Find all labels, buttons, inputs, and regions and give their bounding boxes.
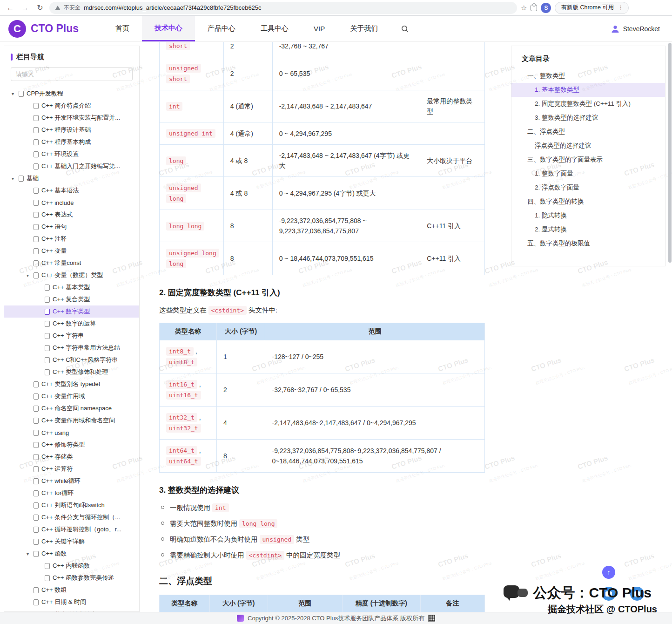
tree-item[interactable]: C++ 条件分支与循环控制（...	[4, 511, 139, 523]
nav-item-0[interactable]: 首页	[103, 16, 142, 41]
toc-item[interactable]: 浮点类型的选择建议	[511, 139, 665, 153]
site-logo[interactable]: C CTO Plus	[8, 16, 79, 41]
tree-item[interactable]: C++ 类型别名 typedef	[4, 378, 139, 390]
nav-item-5[interactable]: 关于我们	[337, 16, 390, 41]
toc-item[interactable]: 3. 整数类型的选择建议	[511, 111, 665, 125]
toc-item[interactable]: 1. 整数字面量	[511, 167, 665, 181]
security-label: 不安全	[64, 4, 81, 12]
tree-item[interactable]: C++ 数字类型	[4, 305, 139, 318]
tree-item[interactable]: C++ 程序设计基础	[4, 124, 139, 136]
tree-item[interactable]: C++ 注释	[4, 233, 139, 245]
tree-item[interactable]: C++ 基本语法	[4, 184, 139, 197]
code-chip: int16_t	[166, 380, 197, 389]
tree-item-label: C++ using	[41, 429, 69, 436]
toc-item[interactable]: 1. 隐式转换	[511, 209, 665, 223]
user-menu[interactable]: SteveRocket	[611, 16, 660, 41]
document-icon	[34, 381, 39, 387]
search-icon[interactable]	[401, 16, 409, 41]
tree-item[interactable]: C++ 表达式	[4, 209, 139, 221]
toc-item[interactable]: 2. 浮点数字面量	[511, 181, 665, 195]
toc-item[interactable]: 二、浮点类型	[511, 125, 665, 139]
extensions-icon[interactable]	[531, 5, 537, 11]
tree-item[interactable]: C++ 数组	[4, 584, 139, 596]
sidebar-search-input[interactable]	[11, 67, 133, 81]
tree-item[interactable]: C++ 判断语句if和switch	[4, 499, 139, 511]
tree-item[interactable]: C++ 语句	[4, 221, 139, 233]
tree-item[interactable]: C++ 基本的输入输出	[4, 608, 139, 612]
nav-item-2[interactable]: 产品中心	[195, 16, 248, 41]
tree-item[interactable]: ▾C++ 函数	[4, 548, 139, 560]
bullet-icon	[161, 522, 164, 525]
toc-item[interactable]: 一、整数类型	[511, 69, 665, 83]
toc-item[interactable]: 2. 显式转换	[511, 223, 665, 237]
tree-item[interactable]: C++ 字符串	[4, 330, 139, 342]
tree-item[interactable]: C++ 日期 & 时间	[4, 596, 139, 608]
document-icon	[34, 272, 39, 278]
tree-item[interactable]: C++ include	[4, 197, 139, 209]
document-icon	[34, 430, 39, 436]
tree-item[interactable]: C++ 变量作用域	[4, 390, 139, 402]
toc-item[interactable]: 2. 固定宽度整数类型 (C++11 引入)	[511, 97, 665, 111]
nav-item-4[interactable]: VIP	[301, 16, 337, 41]
tree-item[interactable]: ▾CPP开发教程	[4, 88, 139, 100]
tree-item[interactable]: C++ using	[4, 427, 139, 439]
tree-item[interactable]: C++ for循环	[4, 487, 139, 499]
tree-item[interactable]: C++ 变量	[4, 245, 139, 257]
tree-item[interactable]: C++ 类型修饰和处理	[4, 366, 139, 378]
fixed-width-table-grid: 类型名称大小 (字节)范围int8_t ,uint8_t1-128~127 / …	[159, 323, 485, 473]
tree-item[interactable]: C++ 常量const	[4, 257, 139, 269]
tree-item[interactable]: C++ while循环	[4, 475, 139, 487]
tree-item-label: C++ 日期 & 时间	[41, 598, 86, 606]
tree-item[interactable]: C++ 内联函数	[4, 560, 139, 572]
toc-item[interactable]: 1. 基本整数类型	[511, 83, 665, 97]
tree-item[interactable]: C++ 字符串常用方法总结	[4, 342, 139, 354]
tree-item[interactable]: C++ 程序基本构成	[4, 136, 139, 148]
tree-item[interactable]: C++ 开发环境安装与配置并...	[4, 112, 139, 124]
table-cell: long	[160, 145, 224, 177]
table-row: int16_t ,uint16_t2-32,768~32,767 / 0~65,…	[160, 373, 485, 407]
table-row: unsigned long long80 ~ 18,446,744,073,70…	[160, 242, 485, 275]
forward-icon[interactable]: →	[20, 2, 31, 14]
document-icon	[34, 502, 39, 509]
tree-item[interactable]: C++ 命名空间 namespace	[4, 402, 139, 414]
tree-item[interactable]: C++ 运算符	[4, 463, 139, 475]
table-cell: -2,147,483,648 ~ 2,147,483,647	[272, 90, 420, 122]
tree-item[interactable]: C++ 基础入门之开始编写第...	[4, 160, 139, 172]
bullet-text: 一般情况使用 int	[170, 502, 229, 514]
browser-profile-avatar[interactable]: S	[541, 3, 551, 13]
url-bar[interactable]: 不安全 mdrsec.com/#/ctoplus_article/cecaaef…	[49, 2, 517, 14]
tree-item[interactable]: C++ 关键字详解	[4, 536, 139, 548]
tree-item[interactable]: C++ 简介特点介绍	[4, 100, 139, 112]
tree-item[interactable]: ▾C++ 变量（数据）类型	[4, 269, 139, 281]
tree-item[interactable]: C++ 函数参数完美传递	[4, 572, 139, 584]
tree-item[interactable]: C++ 循环逻辑控制（goto、r...	[4, 523, 139, 536]
tree-item[interactable]: C++ 变量作用域和命名空间	[4, 414, 139, 427]
tree-item[interactable]: C++ 数字的运算	[4, 318, 139, 330]
refresh-icon[interactable]: ↻	[34, 2, 46, 14]
tree-item[interactable]: C++ 环境设置	[4, 148, 139, 160]
back-icon[interactable]: ←	[5, 2, 16, 14]
bookmark-star-icon[interactable]: ☆	[521, 4, 527, 12]
page-scrollbar[interactable]	[668, 43, 672, 263]
tree-item[interactable]: C++ C和C++风格字符串	[4, 354, 139, 366]
tree-item[interactable]: C++ 基本类型	[4, 281, 139, 293]
toc-item[interactable]: 五、数字类型的极限值	[511, 237, 665, 251]
toc-item[interactable]: 四、数字类型的转换	[511, 195, 665, 209]
tree-item[interactable]: C++ 修饰符类型	[4, 439, 139, 451]
tree-item[interactable]: C++ 存储类	[4, 451, 139, 463]
column-header: 大小 (字节)	[209, 595, 268, 612]
tree-item[interactable]: C++ 复合类型	[4, 293, 139, 305]
tree-item-label: C++ 函数	[41, 549, 67, 558]
browser-menu-icon[interactable]: ⋮	[618, 4, 624, 11]
code-chip: uint32_t	[166, 424, 201, 433]
toc-item[interactable]: 三、数字类型的字面量表示	[511, 153, 665, 167]
nav-item-3[interactable]: 工具中心	[248, 16, 301, 41]
list-item: 需要精确控制大小时使用 <cstdint> 中的固定宽度类型	[161, 549, 499, 561]
tree-item[interactable]: ▾基础	[4, 172, 139, 184]
table-cell: 4 (通常)	[223, 122, 272, 145]
back-to-top-button[interactable]: ↑	[602, 566, 615, 579]
nav-item-1[interactable]: 技术中心	[142, 16, 195, 41]
table-cell: 0 ~ 18,446,744,073,709,551,615	[272, 242, 420, 275]
chrome-update-button[interactable]: 有新版 Chrome 可用 ⋮	[555, 2, 629, 14]
document-icon	[34, 406, 39, 412]
